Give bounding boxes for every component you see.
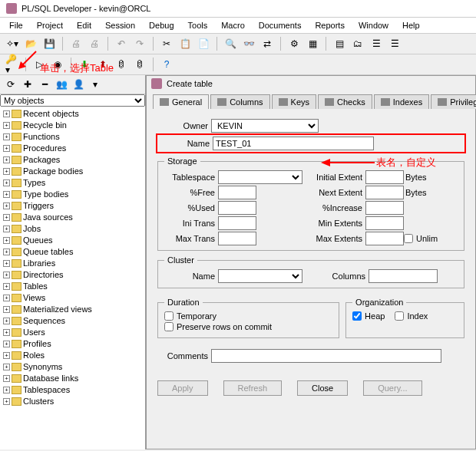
filter-icon[interactable]: ▾ [88,77,103,92]
menu-file[interactable]: File [3,19,29,31]
menu-tools[interactable]: Tools [182,19,214,31]
expand-icon[interactable]: + [3,214,10,221]
preserve-check[interactable] [164,322,174,331]
tree-item[interactable]: +Queue tables [2,246,144,258]
minext-input[interactable] [365,216,404,230]
list2-icon[interactable]: ☰ [387,36,402,51]
maxtrans-input[interactable] [218,232,256,245]
free-input[interactable] [218,186,256,199]
menu-project[interactable]: Project [31,19,69,31]
tree-item[interactable]: +Functions [2,131,144,143]
expand-icon[interactable]: + [3,260,10,267]
db1-icon[interactable]: 🛢 [114,57,129,72]
tree-item[interactable]: +Database links [2,373,144,384]
cluster-name-select[interactable] [218,269,302,283]
expand-icon[interactable]: + [3,145,10,152]
tab-keys[interactable]: Keys [272,94,316,109]
expand-icon[interactable]: + [3,122,10,129]
db2-icon[interactable]: 🛢 [132,57,147,72]
cut-icon[interactable]: ✂ [159,36,174,51]
expand-icon[interactable]: + [3,364,10,370]
tree-item[interactable]: +Sequences [2,315,144,327]
find-icon[interactable]: 🔍 [223,36,238,51]
used-input[interactable] [218,201,256,215]
print2-icon[interactable]: 🖨 [87,36,102,51]
expand-icon[interactable]: + [3,341,10,347]
expand-icon[interactable]: + [3,226,10,232]
objects-selector[interactable]: My objects [0,94,145,107]
tree-item[interactable]: +Libraries [2,258,144,269]
expand-icon[interactable]: + [3,283,10,290]
expand-icon[interactable]: ✚ [20,77,35,92]
refresh-button[interactable]: Refresh [223,380,283,396]
sql-icon[interactable]: ▦ [305,36,320,51]
temporary-check[interactable] [164,311,174,321]
tab-privileges[interactable]: Privileges [431,94,476,109]
tree-item[interactable]: +Procedures [2,143,144,154]
incr-input[interactable] [365,201,404,215]
comments-input[interactable] [211,349,441,363]
tree-item[interactable]: +Synonyms [2,361,144,373]
initext-input[interactable] [365,170,404,184]
tree-item[interactable]: +Queues [2,235,144,246]
tree-item[interactable]: +Java sources [2,212,144,223]
expand-icon[interactable]: + [3,318,10,324]
expand-icon[interactable]: + [3,352,10,359]
tab-general[interactable]: General [153,94,209,109]
copy-icon[interactable]: 📋 [177,36,193,51]
initrans-input[interactable] [218,216,256,230]
tree-item[interactable]: +Clusters [2,396,144,407]
replace-icon[interactable]: ⇄ [259,36,275,51]
tree-item[interactable]: +Roles [2,350,144,361]
cluster-cols-input[interactable] [369,269,438,283]
help-icon[interactable]: ? [159,57,174,72]
query-button[interactable]: Query... [363,380,421,396]
menu-reports[interactable]: Reports [309,19,351,31]
expand-icon[interactable]: + [3,191,10,198]
users-icon[interactable]: 👥 [54,77,69,92]
object-tree[interactable]: +Recent objects+Recycle bin+Functions+Pr… [0,107,145,449]
apply-button[interactable]: Apply [157,380,208,396]
refresh-icon[interactable]: ⟳ [3,77,18,92]
maxext-input[interactable] [365,232,404,245]
heap-check[interactable] [352,311,362,321]
expand-icon[interactable]: + [3,202,10,209]
menu-debug[interactable]: Debug [143,19,180,31]
compile-icon[interactable]: ⚙ [286,36,302,51]
menu-edit[interactable]: Edit [71,19,98,31]
nextext-input[interactable] [365,186,404,199]
tree-item[interactable]: +Materialized views [2,304,144,315]
tablespace-select[interactable] [218,170,302,184]
expand-icon[interactable]: + [3,133,10,140]
expand-icon[interactable]: + [3,295,10,301]
expand-icon[interactable]: + [3,156,10,163]
expand-icon[interactable]: + [3,306,10,313]
expand-icon[interactable]: + [3,329,10,336]
expand-icon[interactable]: + [3,249,10,255]
menu-documents[interactable]: Documents [253,19,308,31]
close-button[interactable]: Close [297,380,348,396]
menu-help[interactable]: Help [396,19,426,31]
tree-item[interactable]: +Directories [2,269,144,281]
findnext-icon[interactable]: 👓 [241,36,256,51]
unlim-check[interactable] [404,234,413,243]
name-input[interactable] [213,137,374,150]
tree-item[interactable]: +Tables [2,281,144,292]
tree-item[interactable]: +Packages [2,154,144,166]
redo-icon[interactable]: ↷ [132,36,147,51]
expand-icon[interactable]: + [3,237,10,244]
owner-select[interactable]: KEVIN [211,119,319,133]
tree-item[interactable]: +Users [2,327,144,338]
tree-item[interactable]: +Types [2,177,144,189]
user-icon[interactable]: 👤 [71,77,86,92]
print-icon[interactable]: 🖨 [68,36,84,51]
save-icon[interactable]: 💾 [41,36,57,51]
tree-item[interactable]: +Recycle bin [2,120,144,131]
tree-item[interactable]: +Jobs [2,223,144,235]
expand-icon[interactable]: + [3,179,10,186]
tab-columns[interactable]: Columns [210,94,269,109]
tree-icon[interactable]: 🗂 [350,36,365,51]
expand-icon[interactable]: + [3,398,10,405]
tree-item[interactable]: +Views [2,292,144,304]
undo-icon[interactable]: ↶ [114,36,129,51]
